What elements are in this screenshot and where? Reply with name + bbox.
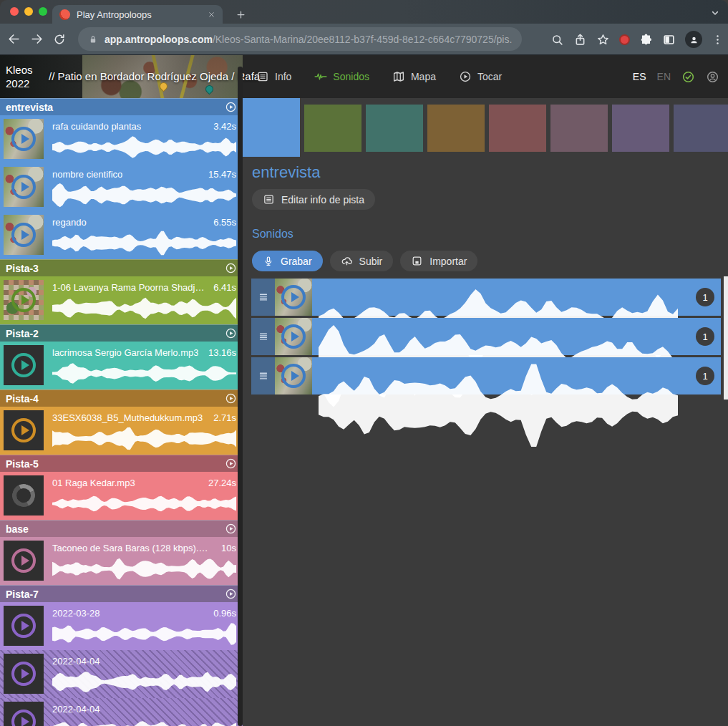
sound-thumbnail[interactable]: [4, 475, 44, 516]
track-swatch-3[interactable]: [366, 105, 423, 152]
side-panel-icon[interactable]: [662, 33, 676, 47]
back-button[interactable]: [7, 32, 21, 46]
track-play-icon[interactable]: [225, 262, 237, 275]
panel-sound-row[interactable]: regando1: [251, 357, 721, 395]
play-icon[interactable]: [11, 548, 36, 573]
track-swatch-7[interactable]: [612, 105, 669, 152]
sound-thumbnail[interactable]: [4, 541, 44, 581]
nav-item-info[interactable]: Info: [256, 70, 291, 83]
tab-close-icon[interactable]: [208, 11, 215, 19]
bookmark-star-icon[interactable]: [596, 33, 610, 47]
sound-thumbnail[interactable]: [4, 702, 44, 726]
play-icon[interactable]: [11, 710, 36, 726]
browser-tab[interactable]: Play Antropoloops: [52, 5, 223, 24]
record-button[interactable]: Grabar: [252, 251, 323, 271]
sidebar-sound-row[interactable]: 2022-04-04: [0, 698, 243, 726]
sound-thumbnail[interactable]: [275, 357, 312, 395]
share-icon[interactable]: [573, 33, 587, 47]
sidebar-sound-row[interactable]: nombre cientifico15.47s: [0, 163, 243, 211]
sidebar-sound-row[interactable]: rafa cuidando plantas3.42s: [0, 115, 243, 163]
sound-thumbnail[interactable]: [4, 280, 44, 320]
maximize-window-button[interactable]: [39, 7, 47, 16]
extensions-puzzle-icon[interactable]: [639, 33, 653, 47]
language-toggle-en[interactable]: EN: [657, 71, 671, 82]
lock-icon[interactable]: [88, 34, 98, 44]
play-icon[interactable]: [11, 127, 36, 151]
sound-thumbnail[interactable]: [4, 654, 44, 694]
panel-sound-row[interactable]: nombre cientifico1: [251, 318, 721, 355]
sidebar-sound-row[interactable]: 33ESX6038_B5_Muthedukkum.mp32.71s: [0, 407, 243, 455]
tab-search-chevron-icon[interactable]: [709, 6, 721, 19]
play-icon[interactable]: [11, 353, 36, 377]
play-icon[interactable]: [11, 662, 36, 686]
panel-sound-row[interactable]: rafa cuidando plantas1: [251, 279, 721, 316]
play-icon[interactable]: [11, 223, 36, 247]
play-icon[interactable]: [11, 418, 36, 442]
nav-item-tocar[interactable]: Tocar: [459, 70, 502, 83]
sidebar-scrollbar[interactable]: [238, 67, 243, 726]
track-swatch-1[interactable]: [243, 98, 300, 157]
profile-avatar[interactable]: [685, 31, 702, 48]
track-swatch-5[interactable]: [489, 105, 546, 152]
play-icon[interactable]: [11, 288, 36, 312]
sound-thumbnail[interactable]: [4, 345, 44, 385]
reload-button[interactable]: [53, 33, 66, 46]
new-tab-button[interactable]: [230, 4, 251, 24]
track-swatch-6[interactable]: [550, 105, 608, 152]
recording-extension-icon[interactable]: [619, 34, 630, 45]
nav-item-sonidos[interactable]: Sonidos: [314, 70, 369, 83]
sidebar-sound-row[interactable]: 01 Raga Kedar.mp327.24s: [0, 472, 243, 520]
track-section-header[interactable]: Pista-7: [0, 585, 243, 602]
play-icon[interactable]: [281, 364, 306, 388]
track-section-header[interactable]: Pista-5: [0, 455, 243, 472]
sound-thumbnail[interactable]: [4, 410, 44, 450]
play-icon[interactable]: [11, 614, 36, 638]
play-icon[interactable]: [11, 175, 36, 199]
panel-edge-scrollbar[interactable]: [724, 276, 728, 400]
track-swatch-4[interactable]: [427, 105, 485, 152]
saved-check-icon[interactable]: [681, 69, 695, 83]
track-section-header[interactable]: entrevista: [0, 98, 243, 115]
language-toggle-es[interactable]: ES: [633, 71, 646, 82]
track-play-icon[interactable]: [225, 327, 237, 340]
track-section-header[interactable]: Pista-3: [0, 259, 243, 276]
forward-button[interactable]: [30, 32, 44, 46]
track-section-header[interactable]: base: [0, 520, 243, 537]
track-swatch-2[interactable]: [304, 105, 361, 152]
play-icon[interactable]: [281, 285, 306, 309]
track-play-icon[interactable]: [225, 523, 237, 536]
browser-menu-icon[interactable]: [712, 34, 724, 46]
track-play-icon[interactable]: [225, 588, 237, 601]
sidebar-sound-row[interactable]: 2022-03-280.96s: [0, 602, 243, 650]
sound-thumbnail[interactable]: [4, 167, 44, 207]
edit-track-info-button[interactable]: Editar info de pista: [252, 189, 375, 210]
track-section-header[interactable]: Pista-4: [0, 389, 243, 407]
sound-thumbnail[interactable]: [4, 215, 44, 255]
play-icon[interactable]: [281, 324, 306, 349]
close-window-button[interactable]: [10, 7, 19, 16]
track-play-icon[interactable]: [225, 101, 237, 114]
sidebar-sound-row[interactable]: Taconeo de Sara Baras (128 kbps).mp310s: [0, 537, 243, 585]
zoom-icon[interactable]: [550, 33, 564, 47]
sidebar-sound-row[interactable]: lacrimosa Sergio García Merlo.mp313.16s: [0, 342, 243, 389]
sound-thumbnail[interactable]: [4, 606, 44, 646]
sidebar-sound-row[interactable]: regando6.55s: [0, 211, 243, 259]
account-icon[interactable]: [706, 69, 719, 83]
sound-thumbnail[interactable]: [275, 318, 312, 355]
upload-button[interactable]: Subir: [330, 251, 394, 271]
sidebar-sound-row[interactable]: 1-06 Lavanya Rama Poorna Shadjam Rupak..…: [0, 276, 243, 324]
sound-thumbnail[interactable]: [275, 279, 312, 316]
sidebar-sound-row[interactable]: 2022-04-04: [0, 650, 243, 698]
drag-handle[interactable]: [251, 318, 275, 355]
import-button[interactable]: Importar: [400, 251, 477, 271]
sound-thumbnail[interactable]: [4, 119, 44, 159]
track-swatch-8[interactable]: [674, 105, 728, 152]
minimize-window-button[interactable]: [24, 7, 33, 16]
drag-handle[interactable]: [251, 357, 275, 395]
track-section-header[interactable]: Pista-2: [0, 324, 243, 342]
address-bar[interactable]: app.antropoloops.com/Kleos-Santa-Marina/…: [78, 27, 522, 51]
nav-item-mapa[interactable]: Mapa: [392, 70, 436, 83]
drag-handle[interactable]: [251, 279, 275, 316]
track-play-icon[interactable]: [225, 392, 237, 405]
track-play-icon[interactable]: [225, 458, 237, 470]
